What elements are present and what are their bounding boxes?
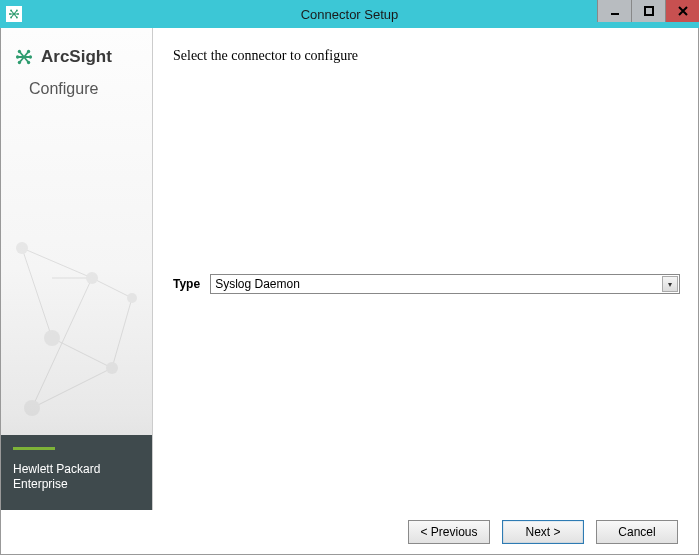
next-button[interactable]: Next >	[502, 520, 584, 544]
connector-setup-window: Connector Setup	[0, 0, 699, 555]
svg-rect-6	[611, 13, 619, 15]
page-heading: Select the connector to configure	[173, 48, 680, 64]
window-title: Connector Setup	[301, 7, 399, 22]
svg-point-3	[16, 17, 18, 19]
svg-point-11	[27, 61, 30, 64]
close-button[interactable]	[665, 0, 699, 22]
brand-text: ArcSight	[41, 47, 112, 67]
svg-point-24	[44, 330, 60, 346]
svg-line-20	[112, 298, 132, 368]
titlebar: Connector Setup	[0, 0, 699, 28]
svg-point-25	[106, 362, 118, 374]
svg-point-9	[29, 55, 32, 58]
hpe-bar-icon	[13, 447, 55, 450]
arcsight-icon	[13, 46, 35, 68]
button-bar: < Previous Next > Cancel	[1, 510, 698, 554]
svg-point-12	[18, 61, 21, 64]
svg-point-26	[24, 400, 40, 416]
sidebar: ArcSight Configure	[1, 28, 153, 510]
type-label: Type	[173, 277, 200, 291]
svg-point-4	[10, 17, 12, 19]
footer-line1: Hewlett Packard	[13, 462, 140, 477]
maximize-icon	[644, 6, 654, 16]
footer-line2: Enterprise	[13, 477, 140, 492]
maximize-button[interactable]	[631, 0, 665, 22]
svg-point-0	[9, 13, 11, 15]
type-row: Type Syslog Daemon ▾	[173, 274, 680, 294]
previous-button[interactable]: < Previous	[408, 520, 490, 544]
svg-point-1	[17, 13, 19, 15]
svg-line-14	[22, 248, 92, 278]
svg-point-23	[86, 272, 98, 284]
svg-point-5	[16, 10, 18, 12]
svg-line-17	[32, 368, 112, 408]
minimize-icon	[610, 6, 620, 16]
footer-company: Hewlett Packard Enterprise	[13, 462, 140, 492]
svg-line-19	[22, 248, 52, 338]
type-select[interactable]: Syslog Daemon ▾	[210, 274, 680, 294]
svg-point-22	[16, 242, 28, 254]
svg-line-18	[32, 278, 92, 408]
close-icon	[678, 6, 688, 16]
type-select-value: Syslog Daemon	[210, 274, 680, 294]
sidebar-subtitle: Configure	[1, 76, 152, 98]
svg-point-10	[18, 50, 21, 53]
minimize-button[interactable]	[597, 0, 631, 22]
svg-point-13	[27, 50, 30, 53]
svg-rect-7	[645, 7, 653, 15]
window-controls	[597, 0, 699, 28]
cancel-button[interactable]: Cancel	[596, 520, 678, 544]
window-body: ArcSight Configure	[0, 28, 699, 555]
svg-point-8	[16, 55, 19, 58]
chevron-down-icon: ▾	[662, 276, 678, 292]
svg-line-16	[52, 338, 112, 368]
sidebar-footer: Hewlett Packard Enterprise	[1, 435, 152, 510]
main-panel: Select the connector to configure Type S…	[153, 28, 698, 510]
network-decoration-icon	[1, 218, 153, 438]
content-area: ArcSight Configure	[1, 28, 698, 510]
svg-point-27	[127, 293, 137, 303]
app-icon	[6, 6, 22, 22]
svg-point-2	[10, 10, 12, 12]
brand-logo: ArcSight	[1, 28, 152, 76]
svg-line-21	[92, 278, 132, 298]
